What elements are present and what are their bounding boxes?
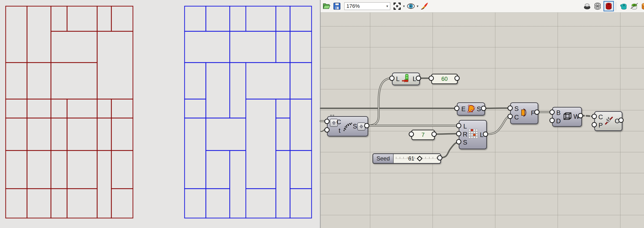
- pull-input-C-port[interactable]: [592, 114, 597, 119]
- component-flip[interactable]: S C F: [510, 102, 538, 124]
- preview-shaded-icon-selected[interactable]: [604, 1, 614, 12]
- red-pattern-cell: [67, 6, 97, 31]
- blue-pattern-cell: [184, 31, 230, 62]
- random-reduce-input-L-port[interactable]: [456, 123, 461, 128]
- sketch-brush-icon[interactable]: [420, 2, 429, 11]
- panel-60-output-port[interactable]: [454, 76, 460, 81]
- input-label: C: [514, 114, 519, 121]
- paneling-patterns: [0, 0, 320, 228]
- blue-pattern-cell: [290, 189, 312, 218]
- shatter-output-S-port[interactable]: [364, 123, 370, 128]
- list-length-output-port[interactable]: [416, 76, 421, 81]
- red-pattern-cell: [97, 31, 133, 99]
- blue-pattern-cell: [206, 189, 230, 218]
- red-pattern-cell: [111, 189, 133, 218]
- input-label: P: [598, 122, 603, 129]
- red-pattern-cell: [51, 189, 67, 218]
- input-label: E: [461, 106, 466, 113]
- input-label: S: [514, 105, 519, 112]
- panel-60-input-port[interactable]: [428, 76, 434, 81]
- input-label: R: [463, 131, 468, 138]
- flip-input-C-port[interactable]: [508, 114, 513, 119]
- component-box[interactable]: B D W: [552, 107, 582, 127]
- slider-output-port[interactable]: [437, 155, 442, 160]
- random-reduce-input-S-port[interactable]: [456, 139, 461, 144]
- preview-custom-green-icon[interactable]: [630, 2, 639, 11]
- blue-pattern-cell: [230, 6, 246, 31]
- random-reduce-output-L-port[interactable]: [483, 132, 488, 137]
- component-list-length[interactable]: L L: [392, 72, 420, 85]
- box-output-W-port[interactable]: [578, 113, 583, 118]
- blue-pattern-cell: [184, 62, 206, 99]
- blue-pattern-cell: [246, 62, 290, 99]
- red-pattern-cell: [51, 99, 67, 118]
- red-pattern-cell: [6, 118, 27, 150]
- red-pattern-cell: [27, 189, 51, 218]
- zoom-extents-icon[interactable]: [392, 2, 402, 11]
- list-length-input-port[interactable]: [389, 76, 394, 81]
- blue-pattern-cell: [276, 99, 290, 118]
- chevron-down-icon: ▾: [386, 4, 388, 8]
- red-pattern-cell: [6, 99, 27, 118]
- blue-pattern-cell: [184, 99, 206, 118]
- random-reduce-icon: [468, 129, 478, 140]
- component-boundary-surface[interactable]: E S: [457, 102, 485, 116]
- red-pattern-cell: [97, 99, 111, 118]
- flip-output-F-port[interactable]: [534, 110, 540, 115]
- red-pattern-cell: [111, 150, 133, 189]
- pull-input-P-port[interactable]: [592, 122, 597, 127]
- preview-custom-orange-icon[interactable]: [640, 2, 644, 11]
- flip-input-S-port[interactable]: [508, 106, 513, 111]
- red-pattern-cell: [27, 62, 51, 99]
- preview-eye-icon[interactable]: [406, 2, 415, 11]
- component-pull-point[interactable]: C P C: [594, 111, 622, 131]
- red-pattern-cell: [111, 6, 133, 31]
- blue-pattern-cell: [206, 150, 230, 189]
- panel-7-input-port[interactable]: [409, 132, 414, 137]
- blue-pattern-cell: [290, 6, 312, 31]
- boundary-input-E-port[interactable]: [454, 106, 460, 111]
- preview-wireframe-icon[interactable]: [593, 2, 602, 11]
- blue-pattern-cell: [276, 31, 290, 62]
- blue-pattern-cell: [246, 99, 276, 189]
- save-file-icon[interactable]: [332, 2, 342, 11]
- zoom-extents-dropdown-caret[interactable]: ▾: [403, 4, 405, 8]
- box-input-D-port[interactable]: [550, 118, 555, 123]
- panel-60[interactable]: 60: [431, 74, 458, 84]
- boundary-output-S-port[interactable]: [481, 106, 486, 111]
- screenshot-root: 176% ▾ ▾ ▾: [0, 0, 644, 228]
- pull-output-C-port[interactable]: [618, 118, 624, 123]
- red-pattern-cell: [97, 118, 111, 150]
- panel-7-output-port[interactable]: [432, 132, 437, 137]
- zoom-level-dropdown[interactable]: 176% ▾: [344, 2, 390, 10]
- preview-dropdown-caret[interactable]: ▾: [417, 4, 419, 8]
- seed-slider[interactable]: Seed 61: [372, 153, 441, 164]
- input-label: C: [336, 118, 341, 126]
- rhino-viewport[interactable]: [0, 0, 320, 228]
- component-shatter[interactable]: C t S: [327, 116, 368, 136]
- blue-pattern-cell: [184, 189, 206, 218]
- blue-pattern-cell: [276, 6, 290, 31]
- red-pattern-cell: [27, 150, 51, 189]
- component-random-reduce[interactable]: L R S L: [459, 120, 487, 149]
- box-input-B-port[interactable]: [550, 110, 555, 115]
- panel-7[interactable]: 7: [411, 130, 435, 140]
- slider-handle[interactable]: [417, 156, 422, 162]
- input-label: B: [556, 109, 560, 116]
- red-pattern-cell: [6, 150, 27, 189]
- input-label: t: [338, 127, 340, 134]
- panel-60-value: 60: [442, 76, 448, 82]
- flip-surface-icon: [520, 108, 530, 118]
- wire-stub-dot: [333, 115, 334, 116]
- shatter-input-C-port[interactable]: [324, 119, 330, 124]
- shatter-input-t-port[interactable]: [324, 127, 330, 132]
- slider-track[interactable]: 61: [394, 154, 440, 163]
- open-file-icon[interactable]: [322, 2, 331, 11]
- input-label: L: [463, 123, 467, 130]
- preview-off-icon[interactable]: [583, 2, 592, 11]
- random-reduce-input-R-port[interactable]: [456, 131, 461, 136]
- blue-pattern-cell: [290, 62, 312, 99]
- blue-pattern-cell: [184, 6, 206, 31]
- preview-custom-teal-icon[interactable]: [619, 2, 628, 11]
- red-pattern-cell: [51, 31, 97, 62]
